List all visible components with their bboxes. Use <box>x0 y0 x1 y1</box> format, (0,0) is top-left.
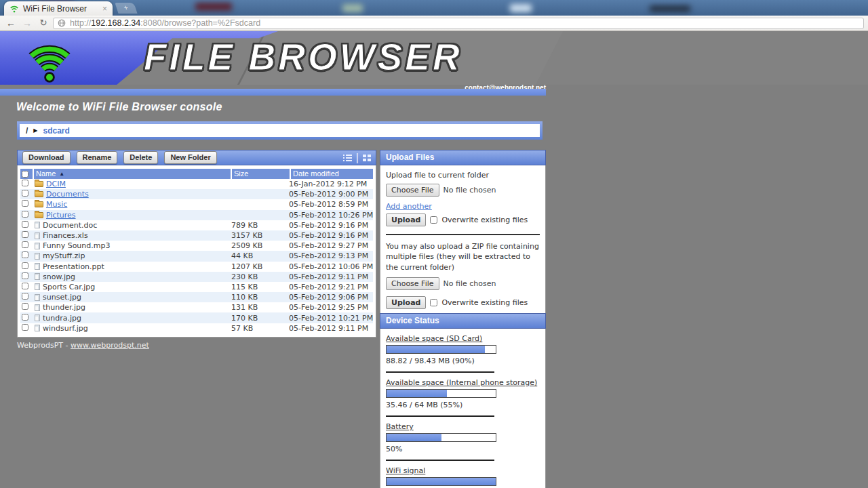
upload-panel-body: Upload file to current folder Choose Fil… <box>380 165 546 318</box>
status-label: WiFi signal <box>386 466 540 475</box>
row-checkbox[interactable] <box>22 293 28 300</box>
view-toggle-group: | <box>343 152 371 164</box>
overwrite-zip-label: Overwrite existing files <box>441 298 528 307</box>
file-name: windsurf.jpg <box>43 324 88 333</box>
overwrite-checkbox[interactable] <box>430 216 437 224</box>
status-divider <box>386 415 494 417</box>
desktop-blur-decoration <box>510 4 532 12</box>
row-checkbox[interactable] <box>22 211 28 218</box>
welcome-heading: Welcome to WiFi File Browser console <box>16 101 222 113</box>
choose-zip-file-button[interactable]: Choose File <box>386 277 439 290</box>
chevron-right-icon: ▶ <box>33 127 37 134</box>
file-date-modified: 05-Feb-2012 9:06 PM <box>287 293 373 302</box>
list-view-icon[interactable] <box>343 155 352 161</box>
tab-title: WiFi File Browser <box>23 4 98 14</box>
row-checkbox[interactable] <box>22 180 28 186</box>
upload-intro-text: Upload file to current folder <box>386 171 540 180</box>
url-path: :8080/browse?path=%2Fsdcard <box>140 18 260 28</box>
row-checkbox[interactable] <box>22 272 28 279</box>
breadcrumb-root[interactable]: / <box>26 126 28 136</box>
row-checkbox[interactable] <box>22 190 28 197</box>
device-status-panel: Device Status Available space (SD Card)8… <box>380 313 546 488</box>
row-checkbox[interactable] <box>22 221 28 228</box>
url-text: http://192.168.2.34:8080/browse?path=%2F… <box>70 18 260 28</box>
choose-file-button[interactable]: Choose File <box>386 184 439 197</box>
file-date-modified: 05-Feb-2012 10:26 PM <box>287 211 373 220</box>
table-row: Sports Car.jpg115 KB05-Feb-2012 9:21 PM <box>20 282 373 292</box>
file-icon <box>35 283 40 290</box>
row-checkbox[interactable] <box>22 241 28 248</box>
tab-close-icon[interactable]: × <box>102 5 107 13</box>
header-size-label: Size <box>234 169 248 179</box>
footer-link[interactable]: www.webprodspt.net <box>71 341 149 350</box>
reload-button[interactable]: ↻ <box>37 18 50 28</box>
folder-link[interactable]: DCIM <box>46 180 66 188</box>
progress-bar-fill <box>387 434 441 441</box>
progress-bar <box>386 389 496 398</box>
address-bar[interactable]: http://192.168.2.34:8080/browse?path=%2F… <box>53 18 864 29</box>
table-row: tundra.jpg170 KB05-Feb-2012 10:21 PM <box>20 312 373 323</box>
row-checkbox[interactable] <box>22 303 28 310</box>
folder-icon <box>35 212 43 218</box>
back-button[interactable]: ← <box>4 18 18 28</box>
file-size: 170 KB <box>229 314 287 323</box>
desktop-blur-decoration <box>195 3 232 11</box>
overwrite-zip-checkbox[interactable] <box>430 299 437 306</box>
file-name: myStuff.zip <box>43 251 85 260</box>
download-button[interactable]: Download <box>22 151 71 164</box>
row-checkbox[interactable] <box>22 283 28 289</box>
new-folder-button[interactable]: New Folder <box>164 151 216 164</box>
file-date-modified: 05-Feb-2012 9:00 PM <box>287 190 373 199</box>
new-tab-button[interactable]: + <box>115 3 137 14</box>
progress-bar <box>386 433 496 442</box>
add-another-link[interactable]: Add another <box>386 202 432 211</box>
status-divider <box>386 460 494 461</box>
breadcrumb-current-sdcard[interactable]: sdcard <box>43 126 70 136</box>
file-date-modified: 05-Feb-2012 10:21 PM <box>287 314 373 323</box>
table-row: Presentation.ppt1207 KB05-Feb-2012 10:06… <box>20 262 373 272</box>
folder-link[interactable]: Documents <box>46 190 89 199</box>
row-checkbox[interactable] <box>22 314 28 321</box>
file-date-modified: 05-Feb-2012 9:11 PM <box>287 272 373 281</box>
status-label: Available space (SD Card) <box>386 334 540 343</box>
table-row: Finances.xls3157 KB05-Feb-2012 9:16 PM <box>20 230 373 241</box>
row-checkbox[interactable] <box>22 324 28 331</box>
desktop-blur-decoration <box>650 5 690 12</box>
table-row: Funny Sound.mp32509 KB05-Feb-2012 9:27 P… <box>20 241 373 251</box>
url-scheme: http:// <box>70 18 91 28</box>
row-checkbox[interactable] <box>22 200 28 207</box>
header-date[interactable]: Date modified <box>291 169 373 179</box>
file-name: Document.doc <box>43 221 97 230</box>
browser-tab[interactable]: WiFi File Browser × <box>4 1 113 16</box>
header-name[interactable]: Name▲ <box>34 169 231 179</box>
file-icon <box>35 263 40 270</box>
file-name: snow.jpg <box>43 272 75 281</box>
file-size: 110 KB <box>229 293 287 302</box>
row-checkbox[interactable] <box>22 251 28 258</box>
folder-link[interactable]: Pictures <box>46 211 76 220</box>
select-all-checkbox[interactable] <box>22 171 28 178</box>
row-checkbox[interactable] <box>22 231 28 238</box>
table-row: snow.jpg230 KB05-Feb-2012 9:11 PM <box>20 272 373 282</box>
delete-button[interactable]: Delete <box>123 151 158 164</box>
file-icon <box>35 304 40 311</box>
table-row: windsurf.jpg57 KB05-Feb-2012 9:11 PM <box>20 323 373 333</box>
upload-zip-button[interactable]: Upload <box>386 296 426 309</box>
table-row: Music05-Feb-2012 8:59 PM <box>20 199 373 209</box>
folder-link[interactable]: Music <box>46 200 67 209</box>
upload-divider <box>386 234 540 235</box>
rename-button[interactable]: Rename <box>77 151 118 164</box>
forward-button[interactable]: → <box>20 18 34 28</box>
file-date-modified: 05-Feb-2012 9:16 PM <box>287 231 373 240</box>
status-divider <box>386 371 494 373</box>
wifi-file-browser-page: FILE BROWSER contact@webprodspt.net Welc… <box>0 31 868 488</box>
grid-view-icon[interactable] <box>363 155 371 161</box>
row-checkbox[interactable] <box>22 262 28 269</box>
header-size[interactable]: Size <box>232 169 290 179</box>
page-footer: WebprodsPT - www.webprodspt.net <box>17 341 149 350</box>
status-value-text: 35.46 / 64 MB (55%) <box>386 401 540 409</box>
app-logo-title: FILE BROWSER <box>144 35 462 79</box>
upload-button[interactable]: Upload <box>386 214 426 226</box>
zip-upload-note: You may also upload a ZIP file containin… <box>386 241 540 272</box>
upload-panel-title: Upload Files <box>380 150 546 165</box>
